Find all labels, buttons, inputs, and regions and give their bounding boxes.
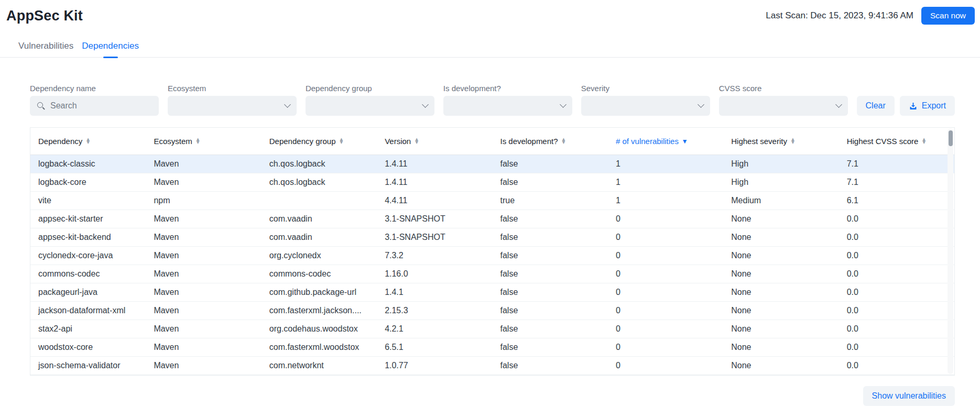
table-row[interactable]: packageurl-javaMavencom.github.package-u… [30, 283, 954, 301]
cell-of-vulnerabilities: 0 [608, 320, 723, 338]
cell-of-vulnerabilities: 0 [608, 210, 723, 228]
cell-highest-cvss-score: 6.1 [839, 191, 954, 210]
filter-field-severity: Severity [581, 84, 710, 116]
chevron-down-icon [835, 101, 842, 108]
cell-version: 2.15.3 [377, 301, 492, 320]
table-row[interactable]: logback-classicMavench.qos.logback1.4.11… [30, 155, 954, 173]
column-header-ecosystem[interactable]: Ecosystem▲▼ [146, 128, 261, 155]
column-label: Highest severity [731, 137, 787, 146]
table-row[interactable]: jackson-dataformat-xmlMavencom.fasterxml… [30, 301, 954, 320]
column-header-version[interactable]: Version▲▼ [377, 128, 492, 155]
column-header-inner: Version▲▼ [385, 137, 489, 146]
table-row[interactable]: appsec-kit-starterMavencom.vaadin3.1-SNA… [30, 210, 954, 228]
cell-highest-cvss-score: 0.0 [839, 246, 954, 265]
table-row[interactable]: vitenpm4.4.11true1Medium6.1 [30, 191, 954, 210]
table-row[interactable]: logback-coreMavench.qos.logback1.4.11fal… [30, 173, 954, 191]
tab-vulnerabilities[interactable]: Vulnerabilities [14, 38, 78, 57]
filter-select-severity[interactable] [581, 96, 710, 116]
column-header-of-vulnerabilities[interactable]: # of vulnerabilities▼ [608, 128, 723, 155]
filter-select-dependency-group[interactable] [306, 96, 434, 116]
cell-dependency-group: com.vaadin [262, 210, 377, 228]
cell-highest-cvss-score: 7.1 [839, 173, 954, 191]
cell-ecosystem: Maven [146, 246, 261, 265]
table-row[interactable]: cyclonedx-core-javaMavenorg.cyclonedx7.3… [30, 246, 954, 265]
table-row[interactable]: appsec-kit-backendMavencom.vaadin3.1-SNA… [30, 228, 954, 246]
cell-ecosystem: Maven [146, 338, 261, 356]
table-row[interactable]: stax2-apiMavenorg.codehaus.woodstox4.2.1… [30, 320, 954, 338]
cell-ecosystem: Maven [146, 265, 261, 283]
table-header-row: Dependency▲▼Ecosystem▲▼Dependency group▲… [30, 128, 954, 155]
search-input[interactable] [50, 101, 152, 111]
cell-is-development: false [493, 173, 608, 191]
column-header-dependency[interactable]: Dependency▲▼ [30, 128, 146, 155]
chevron-down-icon [698, 101, 704, 108]
cell-version: 7.3.2 [377, 246, 492, 265]
cell-dependency: stax2-api [30, 320, 146, 338]
cell-of-vulnerabilities: 0 [608, 283, 723, 301]
column-header-inner: Highest severity▲▼ [731, 137, 835, 146]
cell-ecosystem: npm [146, 191, 261, 210]
sort-icon: ▲▼ [415, 138, 418, 145]
sort-icon: ▲▼ [562, 138, 565, 145]
filter-label: Dependency group [306, 84, 434, 93]
show-vulnerabilities-button[interactable]: Show vulnerabilities [863, 386, 955, 406]
cell-is-development: false [493, 155, 608, 173]
filter-select-cvss-score[interactable] [719, 96, 848, 116]
column-label: Dependency [38, 137, 82, 146]
table-row[interactable]: json-schema-validatorMavencom.networknt1… [30, 356, 954, 375]
cell-dependency: cyclonedx-core-java [30, 246, 146, 265]
table-row[interactable]: commons-codecMavencommons-codec1.16.0fal… [30, 265, 954, 283]
scrollbar-thumb[interactable] [949, 130, 953, 146]
clear-button[interactable]: Clear [857, 96, 895, 116]
filter-field-is-development: Is development? [443, 84, 572, 116]
chevron-down-icon [560, 101, 567, 108]
search-icon [37, 102, 46, 111]
cell-dependency: logback-classic [30, 155, 146, 173]
cell-highest-cvss-score: 0.0 [839, 338, 954, 356]
column-header-highest-severity[interactable]: Highest severity▲▼ [723, 128, 839, 155]
cell-dependency-group: org.codehaus.woodstox [262, 320, 377, 338]
cell-dependency-group: ch.qos.logback [262, 155, 377, 173]
cell-highest-severity: Medium [723, 191, 839, 210]
chevron-down-icon [422, 101, 429, 108]
cell-dependency: appsec-kit-starter [30, 210, 146, 228]
filter-field-dependency-group: Dependency group [306, 84, 434, 116]
cell-highest-cvss-score: 0.0 [839, 320, 954, 338]
cell-of-vulnerabilities: 0 [608, 265, 723, 283]
cell-dependency: packageurl-java [30, 283, 146, 301]
cell-highest-severity: None [723, 356, 839, 375]
cell-highest-severity: None [723, 228, 839, 246]
sort-icon: ▲▼ [86, 138, 90, 145]
column-header-dependency-group[interactable]: Dependency group▲▼ [262, 128, 377, 155]
column-label: Ecosystem [154, 137, 192, 146]
filter-select-is-development[interactable] [443, 96, 572, 116]
cell-ecosystem: Maven [146, 283, 261, 301]
filter-select-ecosystem[interactable] [168, 96, 297, 116]
column-header-highest-cvss-score[interactable]: Highest CVSS score▲▼ [839, 128, 954, 155]
cell-of-vulnerabilities: 1 [608, 191, 723, 210]
table-body: logback-classicMavench.qos.logback1.4.11… [30, 155, 954, 375]
cell-dependency-group: ch.qos.logback [262, 173, 377, 191]
column-label: Version [385, 137, 411, 146]
cell-version: 1.4.11 [377, 155, 492, 173]
cell-of-vulnerabilities: 0 [608, 228, 723, 246]
cell-ecosystem: Maven [146, 301, 261, 320]
cell-is-development: false [493, 338, 608, 356]
tab-dependencies[interactable]: Dependencies [78, 38, 143, 57]
cell-is-development: false [493, 320, 608, 338]
cell-highest-severity: None [723, 320, 839, 338]
cell-of-vulnerabilities: 0 [608, 301, 723, 320]
scan-now-button[interactable]: Scan now [921, 7, 975, 25]
table-row[interactable]: woodstox-coreMavencom.fasterxml.woodstox… [30, 338, 954, 356]
cell-highest-cvss-score: 0.0 [839, 210, 954, 228]
column-header-inner: Is development?▲▼ [500, 137, 605, 146]
cell-highest-severity: High [723, 173, 839, 191]
cell-version: 3.1-SNAPSHOT [377, 210, 492, 228]
export-button[interactable]: Export [900, 96, 955, 116]
cell-highest-cvss-score: 0.0 [839, 265, 954, 283]
filter-actions: Clear Export [857, 96, 955, 116]
last-scan-timestamp: Last Scan: Dec 15, 2023, 9:41:36 AM [766, 10, 913, 21]
column-header-inner: Highest CVSS score▲▼ [847, 137, 951, 146]
column-header-is-development[interactable]: Is development?▲▼ [493, 128, 608, 155]
table-scrollbar[interactable] [948, 129, 953, 374]
